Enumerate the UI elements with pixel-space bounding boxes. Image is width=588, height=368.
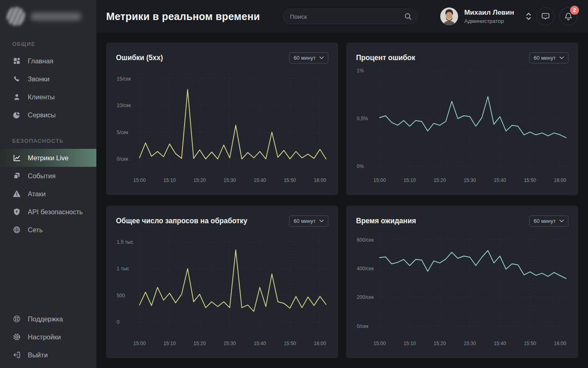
panel-header: Общее число запросов на обработку60 мину… — [116, 215, 328, 227]
shield-icon — [12, 207, 21, 216]
globe-icon — [12, 225, 21, 234]
user-role: Администратор — [464, 18, 514, 25]
sidebar-item-api-security[interactable]: API безопасность — [0, 203, 96, 221]
search-input[interactable] — [290, 13, 404, 20]
svg-text:0/сек: 0/сек — [357, 323, 369, 329]
main-column: Метрики в реальном времени Михаил Левин … — [96, 0, 588, 368]
alert-icon — [12, 189, 21, 198]
time-range-select[interactable]: 60 минут — [289, 52, 328, 63]
svg-text:500: 500 — [117, 292, 125, 298]
svg-text:15/сек: 15/сек — [117, 76, 131, 82]
sidebar-item-logout[interactable]: Выйти — [0, 346, 96, 364]
notifications-button[interactable]: 2 — [559, 7, 577, 25]
sidebar-item-label: Выйти — [28, 351, 48, 359]
lifebuoy-icon — [12, 314, 21, 323]
time-range-select[interactable]: 60 минут — [289, 215, 328, 227]
svg-text:5/сек: 5/сек — [117, 129, 129, 135]
user-name: Михаил Левин — [464, 9, 514, 17]
sidebar-item-label: Настройки — [28, 333, 61, 341]
search-box[interactable] — [283, 9, 418, 24]
phone-icon — [12, 74, 21, 83]
sidebar: ОБЩИЕГлавнаяЗвонкиКлиентыСервисыБЕЗОПАСН… — [0, 0, 96, 368]
sidebar-footer: ПоддержкаНастройкиВыйти — [0, 310, 96, 368]
chat-icon — [541, 12, 550, 21]
metric-panel-2: Процент ошибок60 минут15:0015:1015:2015:… — [346, 43, 578, 195]
sidebar-item-attacks[interactable]: Атаки — [0, 185, 96, 203]
nav-section-label: ОБЩИЕ — [0, 33, 96, 52]
svg-text:15:20: 15:20 — [194, 341, 206, 347]
svg-text:15:00: 15:00 — [133, 177, 145, 184]
svg-text:15:10: 15:10 — [403, 341, 416, 347]
svg-text:15:10: 15:10 — [163, 341, 176, 347]
sidebar-item-label: API безопасность — [28, 208, 83, 216]
sidebar-item-label: Метрики Live — [28, 154, 69, 162]
chart-icon — [12, 153, 21, 162]
search-icon[interactable] — [404, 12, 412, 20]
svg-text:16:00: 16:00 — [554, 177, 566, 184]
line-chart: 15:0015:1015:2015:3015:4015:5016:001%0,5… — [356, 64, 568, 192]
grid-icon — [12, 56, 21, 65]
sidebar-item-clients[interactable]: Клиенты — [0, 88, 96, 106]
svg-text:15:20: 15:20 — [434, 341, 446, 347]
svg-text:15:50: 15:50 — [284, 177, 296, 184]
chart-area: 15:0015:1015:2015:3015:4015:5016:001%0,5… — [356, 64, 568, 192]
pie-icon — [12, 110, 21, 119]
sidebar-item-events[interactable]: События — [0, 167, 96, 185]
sidebar-item-services[interactable]: Сервисы — [0, 106, 96, 124]
time-range-value: 60 минут — [294, 55, 316, 61]
sidebar-item-home[interactable]: Главная — [0, 52, 96, 70]
svg-text:15:00: 15:00 — [373, 341, 385, 347]
svg-text:0,5%: 0,5% — [357, 116, 368, 122]
sidebar-item-settings[interactable]: Настройки — [0, 328, 96, 346]
panel-header: Время ожидания60 минут — [356, 215, 568, 227]
user-block: Михаил Левин Администратор 2 — [440, 7, 577, 25]
svg-text:15:30: 15:30 — [464, 177, 476, 184]
sidebar-item-network[interactable]: Сеть — [0, 221, 96, 239]
svg-text:10/сек: 10/сек — [117, 103, 131, 109]
line-chart: 15:0015:1015:2015:3015:4015:5016:001.5 т… — [116, 227, 328, 355]
svg-text:0%: 0% — [357, 164, 364, 170]
chevron-down-icon — [559, 56, 564, 59]
sidebar-item-metrics-live[interactable]: Метрики Live — [0, 149, 96, 167]
avatar[interactable] — [440, 7, 458, 25]
svg-text:15:30: 15:30 — [224, 341, 236, 347]
svg-text:15:40: 15:40 — [494, 341, 506, 347]
logo-wordmark — [31, 13, 81, 20]
panel-title: Ошибки (5xx) — [116, 54, 163, 62]
chart-area: 15:0015:1015:2015:3015:4015:5016:0015/се… — [116, 64, 328, 192]
app-logo[interactable] — [0, 0, 96, 33]
time-range-value: 60 минут — [534, 55, 556, 61]
time-range-value: 60 минут — [294, 218, 316, 224]
sidebar-item-label: Атаки — [28, 190, 46, 198]
svg-text:0: 0 — [117, 319, 120, 325]
sidebar-item-label: События — [28, 172, 56, 180]
page-title: Метрики в реальном времени — [106, 11, 260, 22]
time-range-select[interactable]: 60 минут — [529, 215, 568, 227]
chart-area: 15:0015:1015:2015:3015:4015:5016:001.5 т… — [116, 227, 328, 355]
svg-text:15:50: 15:50 — [524, 177, 536, 184]
messages-button[interactable] — [537, 7, 555, 25]
nav-section: ОБЩИЕГлавнаяЗвонкиКлиентыСервисы — [0, 33, 96, 124]
sidebar-item-calls[interactable]: Звонки — [0, 70, 96, 88]
svg-text:15:30: 15:30 — [224, 177, 236, 184]
metric-panel-1: Ошибки (5xx)60 минут15:0015:1015:2015:30… — [106, 43, 338, 195]
nav-section: БЕЗОПАСНОСТЬМетрики LiveСобытияАтакиAPI … — [0, 124, 96, 239]
user-meta: Михаил Левин Администратор — [464, 9, 514, 24]
metrics-grid: Ошибки (5xx)60 минут15:0015:1015:2015:30… — [96, 33, 588, 368]
layers-icon — [12, 171, 21, 180]
user-menu-caret-icon[interactable] — [526, 11, 532, 21]
svg-text:1.5 тыс: 1.5 тыс — [117, 239, 133, 245]
time-range-select[interactable]: 60 минут — [529, 52, 568, 63]
svg-text:15:50: 15:50 — [284, 341, 296, 347]
panel-title: Процент ошибок — [356, 54, 415, 62]
sidebar-item-label: Поддержка — [28, 315, 63, 323]
sidebar-item-label: Клиенты — [28, 93, 55, 101]
sidebar-item-support[interactable]: Поддержка — [0, 310, 96, 328]
svg-text:16:00: 16:00 — [314, 341, 326, 347]
svg-text:15:50: 15:50 — [524, 341, 536, 347]
svg-text:15:00: 15:00 — [133, 341, 145, 347]
svg-text:200/сек: 200/сек — [357, 294, 374, 301]
sidebar-item-label: Звонки — [28, 75, 49, 83]
notification-badge: 2 — [570, 6, 579, 15]
metric-panel-3: Общее число запросов на обработку60 мину… — [106, 206, 338, 358]
